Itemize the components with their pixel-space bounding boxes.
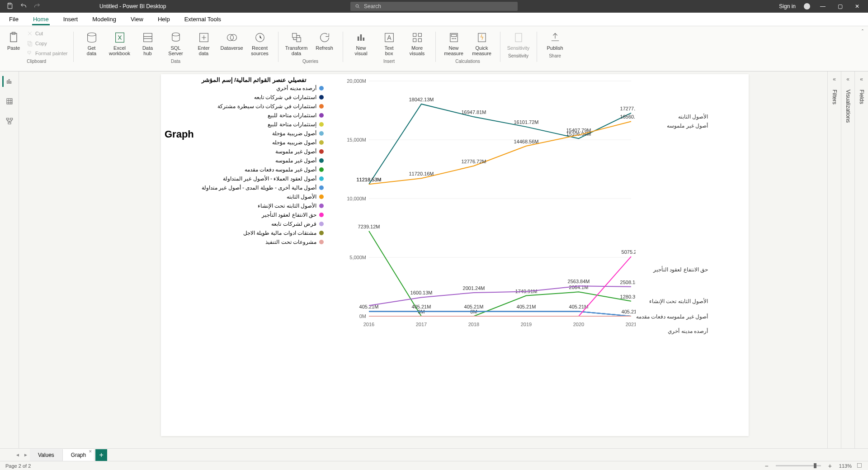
refresh-button[interactable]: Refresh <box>311 29 338 58</box>
legend-item[interactable]: استثمارات متاحة للبيع <box>202 112 324 119</box>
legend-item[interactable]: إستثمارات متاحة للبيع <box>202 121 324 128</box>
rail-model-view[interactable] <box>4 116 15 127</box>
svg-rect-31 <box>515 33 522 42</box>
paste-button[interactable]: Paste <box>5 29 23 58</box>
data-hub-icon <box>141 31 155 44</box>
tab-graph[interactable]: Graph✕ <box>63 449 94 461</box>
fit-page-icon[interactable] <box>856 462 863 470</box>
add-page-button[interactable]: + <box>95 449 107 461</box>
tab-nav-next[interactable]: ► <box>22 451 30 459</box>
legend-dot-icon <box>319 86 324 90</box>
legend-label: أصول لعقود العملاء - الأصول غير المتداول… <box>223 176 316 182</box>
legend-item[interactable]: أصول غير ملموسة <box>202 148 324 155</box>
svg-rect-14 <box>292 33 296 38</box>
legend-item[interactable]: الأصول الثابته تحت الإنشاء <box>202 203 324 209</box>
undo-icon[interactable] <box>20 2 27 11</box>
chart-plot[interactable]: 0M5,000M10,000M15,000M20,000M20162017201… <box>346 76 636 330</box>
filters-pane[interactable]: «Filters <box>827 71 841 448</box>
transform-data-button[interactable]: Transformdata <box>283 29 310 58</box>
zoom-out-button[interactable]: − <box>762 462 771 470</box>
svg-text:14468.56M: 14468.56M <box>514 139 538 144</box>
copy-icon <box>26 40 33 47</box>
close-button[interactable]: ✕ <box>853 3 862 9</box>
legend-item[interactable]: حق الانتفاع لعقود التأجير <box>202 212 324 218</box>
svg-rect-16 <box>357 37 359 41</box>
text-box-button[interactable]: ATextbox <box>376 29 403 58</box>
data-hub-button[interactable]: Datahub <box>134 29 161 58</box>
recent-icon <box>253 31 267 44</box>
menu-home[interactable]: Home <box>32 13 50 25</box>
report-canvas[interactable]: Graph تفصيلي عنصر القوائم المالية/ إسم ا… <box>19 71 868 448</box>
ribbon-group-data: Getdata Excelworkbook Datahub SQLServer … <box>75 29 276 71</box>
menu-external-tools[interactable]: External Tools <box>184 13 222 25</box>
save-icon[interactable] <box>6 2 14 11</box>
legend-item[interactable]: أصول غير ملموسه دفعات مقدمه <box>202 166 324 173</box>
legend-item[interactable]: مشروعات تحت التنفيذ <box>202 239 324 245</box>
legend-item[interactable]: أصول ضريبية مؤجلة <box>202 130 324 137</box>
collapse-ribbon-icon[interactable]: ˆ <box>862 29 863 35</box>
tab-values[interactable]: Values <box>30 449 63 461</box>
rail-data-view[interactable] <box>4 96 15 107</box>
quick-measure-button[interactable]: Quickmeasure <box>468 29 495 58</box>
svg-text:2020: 2020 <box>573 322 584 327</box>
minimize-button[interactable]: — <box>818 3 827 9</box>
get-data-button[interactable]: Getdata <box>78 29 105 58</box>
legend-dot-icon <box>319 222 324 226</box>
fields-pane[interactable]: «Fields <box>854 71 868 448</box>
recent-sources-button[interactable]: Recentsources <box>246 29 274 58</box>
menu-file[interactable]: File <box>8 13 19 25</box>
signin-link[interactable]: Sign in <box>779 3 796 9</box>
page-indicator: Page 2 of 2 <box>5 463 31 469</box>
copy-button: Copy <box>25 39 69 48</box>
legend-item[interactable]: أرصده مدينه أخري <box>202 85 324 91</box>
menu-insert[interactable]: Insert <box>62 13 79 25</box>
new-measure-button[interactable]: Newmeasure <box>440 29 467 58</box>
svg-text:11218.53M: 11218.53M <box>356 177 381 182</box>
avatar-icon[interactable] <box>804 3 810 9</box>
search-box[interactable]: Search <box>350 2 518 11</box>
menu-bar: File Home Insert Modeling View Help Exte… <box>0 13 868 26</box>
menu-view[interactable]: View <box>130 13 144 25</box>
menu-help[interactable]: Help <box>157 13 171 25</box>
sql-server-button[interactable]: SQLServer <box>162 29 189 58</box>
svg-text:16101.72M: 16101.72M <box>514 119 538 125</box>
legend-item[interactable]: أصول ضريبيه مؤجله <box>202 139 324 146</box>
legend-item[interactable]: قرض لشركات تابعه <box>202 221 324 227</box>
svg-text:11720.16M: 11720.16M <box>409 171 434 176</box>
menu-modeling[interactable]: Modeling <box>91 13 117 25</box>
format-painter-button: Format painter <box>25 49 69 58</box>
tab-nav-prev[interactable]: ◄ <box>14 451 22 459</box>
maximize-button[interactable]: ▢ <box>835 3 844 9</box>
svg-text:16947.81M: 16947.81M <box>461 109 486 115</box>
enter-data-icon <box>197 31 211 44</box>
zoom-slider[interactable] <box>776 465 821 466</box>
more-visuals-button[interactable]: Morevisuals <box>404 29 431 58</box>
svg-text:15,000M: 15,000M <box>347 137 366 142</box>
legend-item[interactable]: الأصول الثابته <box>202 194 324 200</box>
chevron-left-icon: « <box>846 76 849 82</box>
svg-text:2064.1M: 2064.1M <box>569 285 589 290</box>
publish-button[interactable]: Publish <box>542 29 569 52</box>
svg-text:405.21M: 405.21M <box>517 304 536 309</box>
legend-dot-icon <box>319 204 324 208</box>
report-page[interactable]: Graph تفصيلي عنصر القوائم المالية/ إسم ا… <box>161 74 749 436</box>
enter-data-button[interactable]: Enterdata <box>190 29 217 58</box>
visualizations-pane[interactable]: «Visualizations <box>841 71 854 448</box>
legend-item[interactable]: أصول مالية أخرى - طويلة المدى - أصول غير… <box>202 185 324 191</box>
legend-item[interactable]: استثمارات في شركات ذات سيطرة مشتركة <box>202 103 324 109</box>
legend-label: مشروعات تحت التنفيذ <box>265 239 316 245</box>
legend-item[interactable]: مشتقات ادوات مالية طويلة الاجل <box>202 230 324 236</box>
close-tab-icon[interactable]: ✕ <box>89 449 92 454</box>
excel-workbook-button[interactable]: Excelworkbook <box>106 29 133 58</box>
redo-icon[interactable] <box>33 2 41 11</box>
dataverse-button[interactable]: Dataverse <box>218 29 245 58</box>
legend-item[interactable]: استثمارات في شركات تابعه <box>202 94 324 100</box>
rail-report-view[interactable] <box>2 76 13 87</box>
svg-point-1 <box>356 5 359 7</box>
legend-item[interactable]: أصول لعقود العملاء - الأصول غير المتداول… <box>202 176 324 182</box>
svg-rect-32 <box>7 81 8 84</box>
new-visual-button[interactable]: Newvisual <box>348 29 375 58</box>
ribbon-group-share: Publish Share <box>539 29 571 71</box>
legend-item[interactable]: أصول غير ملموسه <box>202 157 324 164</box>
zoom-in-button[interactable]: + <box>826 462 835 470</box>
